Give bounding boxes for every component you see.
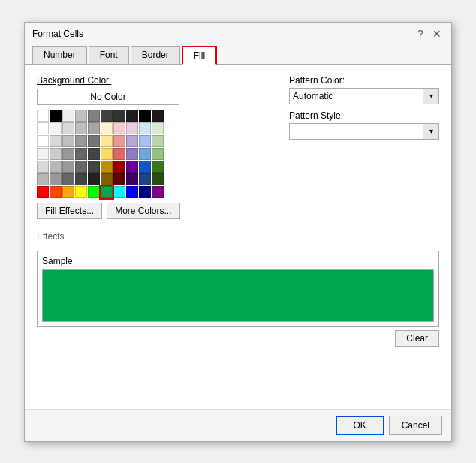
color-cell[interactable] — [88, 173, 100, 185]
color-cell[interactable] — [126, 161, 138, 173]
color-cell[interactable] — [88, 110, 100, 122]
color-cell[interactable] — [139, 148, 151, 160]
color-cell[interactable] — [88, 186, 100, 198]
color-cell[interactable] — [139, 173, 151, 185]
color-cell[interactable] — [101, 110, 113, 122]
color-cell[interactable] — [101, 161, 113, 173]
color-cell[interactable] — [50, 135, 62, 147]
pattern-style-select[interactable] — [289, 123, 424, 140]
color-row — [37, 135, 274, 147]
color-cell[interactable] — [62, 161, 74, 173]
more-colors-button[interactable]: More Colors... — [107, 203, 179, 219]
tab-content: Background Color: No Color Fill Effects.… — [25, 65, 451, 409]
color-cell[interactable] — [126, 135, 138, 147]
sample-section: Sample — [37, 251, 439, 327]
title-bar: Format Cells ? ✕ — [25, 23, 451, 41]
color-cell[interactable] — [139, 110, 151, 122]
format-cells-dialog: Format Cells ? ✕ Number Font Border Fill… — [24, 22, 452, 442]
color-cell[interactable] — [152, 186, 164, 198]
help-button[interactable]: ? — [414, 27, 427, 41]
color-cell[interactable] — [62, 173, 74, 185]
color-cell[interactable] — [50, 173, 62, 185]
effects-label: Effects , — [37, 231, 69, 242]
color-cell[interactable] — [50, 122, 62, 134]
ok-button[interactable]: OK — [336, 416, 384, 435]
color-cell[interactable] — [62, 186, 74, 198]
color-cell[interactable] — [62, 110, 74, 122]
color-cell[interactable] — [75, 122, 87, 134]
color-cell[interactable] — [113, 186, 125, 198]
color-cell[interactable] — [75, 186, 87, 198]
color-cell[interactable] — [37, 122, 49, 134]
color-cell[interactable] — [37, 148, 49, 160]
color-cell[interactable] — [88, 135, 100, 147]
color-cell[interactable] — [152, 110, 164, 122]
color-cell[interactable] — [50, 110, 62, 122]
color-cell[interactable] — [37, 110, 49, 122]
color-cell[interactable] — [50, 161, 62, 173]
bg-color-label: Background Color: — [37, 75, 274, 86]
color-cell[interactable] — [50, 148, 62, 160]
tab-number[interactable]: Number — [32, 46, 87, 65]
color-cell[interactable] — [126, 110, 138, 122]
color-cell[interactable] — [101, 122, 113, 134]
color-cell[interactable] — [152, 135, 164, 147]
color-cell[interactable] — [126, 122, 138, 134]
color-cell[interactable] — [139, 186, 151, 198]
color-cell[interactable] — [50, 186, 62, 198]
tab-fill[interactable]: Fill — [182, 46, 217, 65]
color-cell[interactable] — [62, 148, 74, 160]
left-column: Background Color: No Color Fill Effects.… — [37, 75, 274, 242]
color-cell[interactable] — [75, 173, 87, 185]
color-cell[interactable] — [152, 148, 164, 160]
close-button[interactable]: ✕ — [430, 27, 444, 41]
color-cell[interactable] — [75, 148, 87, 160]
color-cell[interactable] — [113, 173, 125, 185]
color-cell[interactable] — [75, 161, 87, 173]
color-cell[interactable] — [75, 135, 87, 147]
color-cell[interactable] — [152, 161, 164, 173]
tab-font[interactable]: Font — [89, 46, 129, 65]
color-cell[interactable] — [113, 135, 125, 147]
color-cell[interactable] — [139, 122, 151, 134]
color-cell[interactable] — [126, 186, 138, 198]
no-color-button[interactable]: No Color — [37, 89, 179, 105]
color-cell[interactable] — [139, 161, 151, 173]
pattern-color-wrapper: Automatic ▾ — [289, 88, 439, 104]
clear-button[interactable]: Clear — [395, 330, 439, 347]
color-cell[interactable] — [62, 122, 74, 134]
pattern-style-label: Pattern Style: — [289, 110, 439, 121]
color-cell[interactable] — [37, 135, 49, 147]
color-cell[interactable] — [37, 186, 49, 198]
color-cell[interactable] — [152, 173, 164, 185]
color-cell[interactable] — [139, 135, 151, 147]
color-row — [37, 173, 274, 185]
color-grid — [37, 110, 274, 198]
color-cell[interactable] — [101, 135, 113, 147]
cancel-button[interactable]: Cancel — [389, 416, 442, 435]
pattern-color-arrow-icon: ▾ — [423, 88, 439, 104]
color-cell[interactable] — [126, 148, 138, 160]
color-cell[interactable] — [88, 161, 100, 173]
color-cell[interactable] — [113, 122, 125, 134]
color-cell[interactable] — [37, 161, 49, 173]
color-cell[interactable] — [152, 122, 164, 134]
color-cell[interactable] — [37, 173, 49, 185]
color-cell[interactable] — [88, 148, 100, 160]
color-cell[interactable] — [88, 122, 100, 134]
color-cell[interactable] — [101, 186, 113, 198]
color-cell[interactable] — [101, 148, 113, 160]
right-column: Pattern Color: Automatic ▾ Pattern Style… — [289, 75, 439, 242]
color-cell[interactable] — [113, 148, 125, 160]
pattern-color-select[interactable]: Automatic — [289, 88, 424, 104]
fill-effects-button[interactable]: Fill Effects... — [37, 203, 102, 219]
color-cell[interactable] — [113, 161, 125, 173]
pattern-color-label: Pattern Color: — [289, 75, 439, 86]
color-cell[interactable] — [62, 135, 74, 147]
tab-border[interactable]: Border — [131, 46, 180, 65]
color-cell[interactable] — [101, 173, 113, 185]
color-cell[interactable] — [126, 173, 138, 185]
color-cell[interactable] — [113, 110, 125, 122]
color-row — [37, 122, 274, 134]
color-cell[interactable] — [75, 110, 87, 122]
